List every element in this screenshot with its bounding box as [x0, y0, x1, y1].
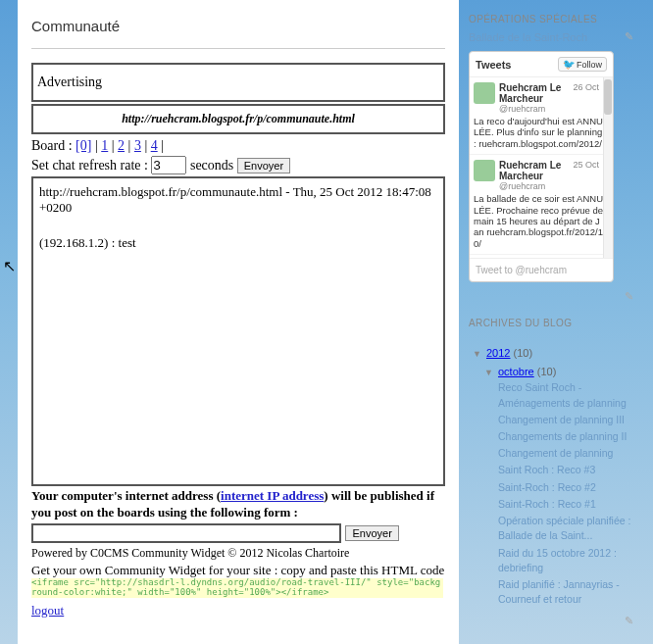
chat-board: http://ruehcram.blogspot.fr/p/communaute…	[31, 176, 445, 486]
refresh-line: Set chat refresh rate : seconds Envoyer	[31, 154, 445, 176]
board-link-3[interactable]: 3	[134, 138, 141, 153]
board-link-0[interactable]: [0]	[75, 138, 91, 153]
board-timestamp: http://ruehcram.blogspot.fr/p/communaute…	[39, 184, 437, 216]
archive-post[interactable]: Raid planifié : Jannayrias - Courneuf et…	[498, 577, 633, 607]
tweets-widget: Tweets 🐦 Follow Ruehcram Le Marcheur @ru…	[469, 51, 614, 282]
refresh-label: Set chat refresh rate :	[31, 158, 151, 173]
board-message: (192.168.1.2) : test	[39, 235, 437, 251]
refresh-submit-button[interactable]: Envoyer	[237, 158, 290, 173]
tweet-item: Ruehcram Le Marcheur @ruehcram 26 Oct La…	[470, 77, 609, 155]
post-input[interactable]	[31, 523, 341, 543]
edit-icon[interactable]: ✎	[625, 290, 633, 302]
tweet-date: 26 Oct	[573, 82, 599, 92]
tweet-handle: @ruehcram	[499, 181, 605, 191]
archive-month-count: (10)	[537, 366, 557, 377]
twitter-icon: 🐦	[563, 59, 575, 70]
cursor-icon: ↖	[3, 257, 16, 275]
logout-link[interactable]: logout	[31, 603, 64, 619]
sidebar: OPÉRATIONS SPÉCIALES Ballade de la Saint…	[469, 0, 633, 628]
tweet-scrollbar[interactable]	[603, 77, 613, 258]
avatar	[474, 82, 495, 104]
archive-post[interactable]: Reco Saint Roch - Aménagements de planni…	[498, 380, 633, 410]
tweet-text: La reco d'aujourd'hui est ANNULÉE. Plus …	[474, 116, 605, 149]
page-title: Communauté	[31, 18, 445, 34]
board-link-1[interactable]: 1	[101, 138, 108, 153]
follow-button[interactable]: 🐦 Follow	[558, 57, 607, 72]
ops-link[interactable]: Ballade de la Saint-Roch	[469, 31, 587, 43]
archive-post[interactable]: Saint Roch : Reco #3	[498, 463, 633, 477]
archive-post[interactable]: Saint-Roch : Reco #1	[498, 497, 633, 512]
ip-link[interactable]: internet IP address	[221, 488, 324, 503]
avatar	[474, 160, 495, 181]
tweet-text: La ballade de ce soir est ANNULÉE. Proch…	[474, 193, 605, 249]
tweet-item: Ruehcram Le Marcheur @ruehcram 25 Oct La…	[470, 155, 609, 255]
page-url-box: http://ruehcram.blogspot.fr/p/communaute…	[31, 104, 445, 134]
archive-post[interactable]: Saint-Roch : Reco #2	[498, 480, 633, 495]
refresh-unit: seconds	[190, 158, 237, 173]
iframe-code: <iframe src="http://shasdrl-l.dyndns.org…	[31, 578, 443, 598]
archives-heading: ARCHIVES DU BLOG	[469, 318, 633, 328]
tweets-title: Tweets	[476, 59, 511, 71]
archive-post[interactable]: Opération spéciale planifiée : Ballade d…	[498, 514, 633, 543]
edit-icon[interactable]: ✎	[625, 30, 633, 43]
post-submit-button[interactable]: Envoyer	[345, 525, 398, 541]
archive-month[interactable]: octobre	[498, 366, 534, 377]
tweet-compose[interactable]: Tweet to @ruehcram	[470, 258, 613, 281]
archive-year-count: (10)	[514, 347, 533, 359]
board-label: Board :	[31, 138, 75, 153]
get-widget-text: Get your own Community Widget for your s…	[31, 563, 445, 578]
archive-post[interactable]: Changement de planning III	[498, 413, 633, 427]
ip-notice: Your computer's internet address (intern…	[31, 488, 445, 521]
chevron-down-icon[interactable]: ▼	[484, 368, 493, 377]
tweet-date: 25 Oct	[573, 160, 599, 170]
advertising-box: Advertising	[31, 63, 445, 102]
board-link-2[interactable]: 2	[118, 138, 125, 153]
archive-year[interactable]: 2012	[486, 347, 510, 359]
board-link-4[interactable]: 4	[151, 138, 158, 153]
ops-heading: OPÉRATIONS SPÉCIALES	[469, 14, 633, 25]
main-column: Communauté Advertising http://ruehcram.b…	[18, 0, 459, 644]
refresh-input[interactable]	[151, 156, 186, 174]
powered-by: Powered by C0CMS Community Widget © 2012…	[31, 546, 445, 561]
tweet-scroll-thumb[interactable]	[604, 79, 612, 115]
chevron-down-icon[interactable]: ▼	[473, 349, 481, 359]
post-form: Envoyer	[31, 523, 445, 543]
archive-post[interactable]: Changement de planning	[498, 446, 633, 461]
divider	[31, 48, 445, 49]
tweet-handle: @ruehcram	[499, 104, 605, 114]
archive-post[interactable]: Changements de planning II	[498, 429, 633, 444]
edit-icon[interactable]: ✎	[625, 615, 633, 626]
archive-post[interactable]: Raid du 15 octobre 2012 : debriefing	[498, 546, 633, 575]
board-nav: Board : [0] | 1 | 2 | 3 | 4 |	[31, 136, 445, 154]
